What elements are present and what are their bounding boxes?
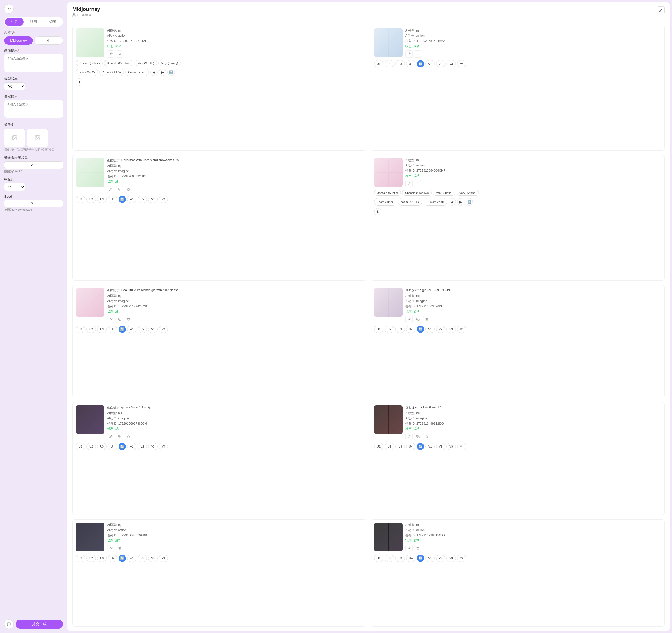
action-pill-btn[interactable]: V3 xyxy=(148,196,157,203)
action-pill-btn[interactable]: V2 xyxy=(436,60,445,68)
action-pill-btn[interactable]: U3 xyxy=(97,196,106,203)
action-pill-btn[interactable]: V3 xyxy=(447,443,456,450)
ref-image-slot-1[interactable] xyxy=(4,129,25,147)
refresh-btn[interactable]: 🔄 xyxy=(417,443,424,450)
action-pill-btn[interactable]: V4 xyxy=(457,326,466,333)
ref-weight-input[interactable] xyxy=(4,161,63,169)
action-pill-btn[interactable]: Upscale (Subtle) xyxy=(76,60,103,66)
action-pill-btn[interactable]: U4 xyxy=(108,196,117,203)
action-btn[interactable] xyxy=(414,316,422,323)
action-pill-btn[interactable]: U1 xyxy=(76,555,85,562)
model-niji[interactable]: Niji xyxy=(34,37,63,45)
action-pill-btn[interactable]: U1 xyxy=(374,326,383,333)
refresh-btn[interactable]: 🔄 xyxy=(417,60,424,68)
action-btn[interactable] xyxy=(116,316,123,323)
submit-button[interactable]: 提交生成 xyxy=(16,620,63,629)
refresh-btn[interactable]: 🔄 xyxy=(417,326,424,333)
action-pill-btn[interactable]: U1 xyxy=(76,196,85,203)
action-pill-btn[interactable]: U2 xyxy=(87,443,96,450)
action-pill-btn[interactable]: U4 xyxy=(406,60,415,68)
action-btn[interactable] xyxy=(414,50,422,57)
action-pill-btn[interactable]: U4 xyxy=(108,326,117,333)
action-pill-btn[interactable]: V2 xyxy=(138,443,147,450)
icon-btn[interactable]: ⬇ xyxy=(76,78,83,86)
action-pill-btn[interactable]: U3 xyxy=(395,555,405,562)
action-pill-btn[interactable]: U4 xyxy=(406,443,415,450)
action-btn[interactable] xyxy=(107,545,114,552)
icon-btn[interactable]: ⬇ xyxy=(374,208,381,215)
action-btn[interactable] xyxy=(423,316,430,323)
negative-prompt-input[interactable] xyxy=(4,100,63,118)
action-pill-btn[interactable]: V1 xyxy=(127,326,136,333)
action-pill-btn[interactable]: V3 xyxy=(447,326,456,333)
action-pill-btn[interactable]: U2 xyxy=(385,60,394,68)
back-button[interactable]: ↩ xyxy=(4,4,14,14)
action-btn[interactable] xyxy=(107,433,114,440)
model-midjourney[interactable]: Midjourney xyxy=(4,37,33,45)
action-pill-btn[interactable]: Upscale (Creative) xyxy=(402,190,432,196)
action-pill-btn[interactable]: U3 xyxy=(97,555,106,562)
icon-btn[interactable]: 🔝 xyxy=(466,198,473,206)
action-btn[interactable] xyxy=(116,186,123,193)
ref-image-slot-2[interactable] xyxy=(27,129,48,147)
action-pill-btn[interactable]: U1 xyxy=(374,60,383,68)
action-btn[interactable] xyxy=(405,545,413,552)
action-btn[interactable] xyxy=(125,433,132,440)
action-pill-btn[interactable]: U2 xyxy=(385,443,394,450)
action-pill-btn[interactable]: U4 xyxy=(406,326,415,333)
action-btn[interactable] xyxy=(107,316,114,323)
action-pill-btn[interactable]: V3 xyxy=(447,60,456,68)
action-pill-btn[interactable]: V4 xyxy=(159,326,168,333)
action-pill-btn[interactable]: V4 xyxy=(457,443,466,450)
expand-button[interactable] xyxy=(657,6,665,14)
action-btn[interactable] xyxy=(116,545,123,552)
action-pill-btn[interactable]: V2 xyxy=(436,326,445,333)
action-pill-btn[interactable]: V1 xyxy=(127,196,136,203)
action-pill-btn[interactable]: U2 xyxy=(87,196,96,203)
action-pill-btn[interactable]: V2 xyxy=(436,555,445,562)
action-pill-btn[interactable]: Zoom Out 2x xyxy=(76,69,98,76)
icon-btn[interactable]: ▶ xyxy=(457,198,464,206)
action-btn[interactable] xyxy=(107,50,114,57)
aspect-ratio-select[interactable]: 1:1 16:9 4:3 xyxy=(4,183,25,191)
action-btn[interactable] xyxy=(405,433,413,440)
action-pill-btn[interactable]: U1 xyxy=(374,555,383,562)
action-pill-btn[interactable]: V2 xyxy=(436,443,445,450)
action-btn[interactable] xyxy=(423,433,430,440)
action-pill-btn[interactable]: V1 xyxy=(425,326,434,333)
action-pill-btn[interactable]: V1 xyxy=(425,555,434,562)
action-pill-btn[interactable]: V2 xyxy=(138,555,147,562)
action-pill-btn[interactable]: Upscale (Creative) xyxy=(104,60,134,66)
tab-recognize[interactable]: 识图 xyxy=(44,18,62,26)
action-pill-btn[interactable]: U1 xyxy=(76,443,85,450)
action-pill-btn[interactable]: U3 xyxy=(395,60,405,68)
action-pill-btn[interactable]: U4 xyxy=(108,555,117,562)
action-btn[interactable] xyxy=(116,50,123,57)
icon-btn[interactable]: ▶ xyxy=(159,69,166,76)
action-btn[interactable] xyxy=(414,545,422,552)
icon-btn[interactable]: ◀ xyxy=(150,69,158,76)
action-pill-btn[interactable]: Custom Zoom xyxy=(125,69,149,76)
action-pill-btn[interactable]: V2 xyxy=(138,196,147,203)
action-btn[interactable] xyxy=(405,316,413,323)
tab-generate[interactable]: 生图 xyxy=(5,18,24,26)
action-pill-btn[interactable]: V3 xyxy=(447,555,456,562)
action-pill-btn[interactable]: V1 xyxy=(425,443,434,450)
action-btn[interactable] xyxy=(116,433,123,440)
action-pill-btn[interactable]: V3 xyxy=(148,326,157,333)
refresh-btn[interactable]: 🔄 xyxy=(119,326,126,333)
refresh-btn[interactable]: 🔄 xyxy=(417,555,424,562)
action-pill-btn[interactable]: V4 xyxy=(159,196,168,203)
action-pill-btn[interactable]: Zoom Out 1.5x xyxy=(99,69,124,76)
action-pill-btn[interactable]: Vary (Strong) xyxy=(457,190,479,196)
refresh-btn[interactable]: 🔄 xyxy=(119,196,126,203)
action-btn[interactable] xyxy=(125,316,132,323)
action-pill-btn[interactable]: U3 xyxy=(97,326,106,333)
action-btn[interactable] xyxy=(414,180,422,187)
action-pill-btn[interactable]: Vary (Strong) xyxy=(158,60,181,66)
icon-btn[interactable]: ◀ xyxy=(449,198,456,206)
action-pill-btn[interactable]: V4 xyxy=(457,555,466,562)
action-pill-btn[interactable]: U4 xyxy=(108,443,117,450)
prompt-input[interactable] xyxy=(4,54,63,72)
tab-mix[interactable]: 混图 xyxy=(24,18,43,26)
